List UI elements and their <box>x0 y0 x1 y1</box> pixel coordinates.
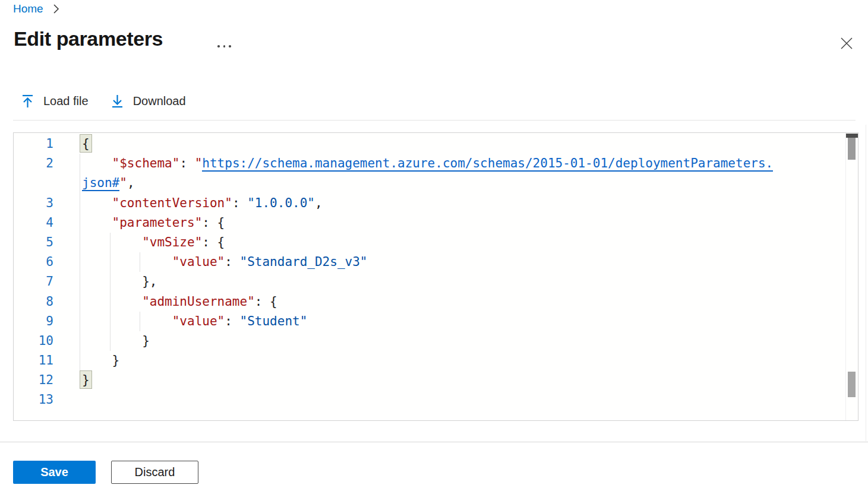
line-number: 6 <box>14 252 66 272</box>
line-number: 4 <box>14 213 66 233</box>
edit-parameters-blade: Home Edit parameters <box>0 0 868 488</box>
code-segment: } <box>82 353 119 367</box>
code-segment: "value" <box>172 314 225 328</box>
code-line-text: "adminUsername": { <box>66 292 277 312</box>
code-line-text: "value": "Standard_D2s_v3" <box>66 252 367 272</box>
code-segment: "vmSize" <box>142 235 202 249</box>
close-icon <box>839 36 854 50</box>
code-segment: : <box>225 314 239 328</box>
code-link[interactable]: https://schema.management.azure.com/sche… <box>202 156 773 172</box>
code-segment: , <box>315 196 323 210</box>
more-options-button[interactable] <box>217 43 235 50</box>
download-icon <box>111 94 124 108</box>
code-row[interactable]: json#", <box>14 173 846 193</box>
code-row[interactable]: 6 "value": "Standard_D2s_v3" <box>14 252 846 272</box>
download-button[interactable]: Download <box>111 94 186 108</box>
close-button[interactable] <box>837 34 856 53</box>
code-segment: "Student" <box>240 314 308 328</box>
code-row[interactable]: 12} <box>14 370 846 390</box>
code-segment: } <box>82 334 150 348</box>
code-row[interactable]: 2 "$schema": "https://schema.management.… <box>14 154 846 173</box>
indent-guide <box>80 292 80 312</box>
code-segment: : { <box>202 235 225 249</box>
code-segment: "parameters" <box>112 216 203 230</box>
indent-guide <box>110 233 111 252</box>
editor-scrollbar[interactable] <box>845 133 858 420</box>
code-link[interactable]: json# <box>82 176 119 191</box>
breadcrumb: Home <box>13 1 59 17</box>
line-number <box>14 173 66 193</box>
line-number: 13 <box>14 390 66 410</box>
code-segment <box>82 156 112 170</box>
indent-guide <box>110 272 111 291</box>
indent-guide <box>110 331 111 351</box>
code-segment: , <box>127 176 135 190</box>
footer-separator <box>0 442 868 442</box>
code-line-text: { <box>66 134 91 154</box>
code-rows: 1{2 "$schema": "https://schema.managemen… <box>14 134 846 410</box>
code-segment <box>82 235 142 249</box>
line-number: 10 <box>14 331 66 351</box>
indent-guide <box>110 292 111 312</box>
discard-button[interactable]: Discard <box>111 461 198 484</box>
code-row[interactable]: 13 <box>14 390 846 410</box>
json-code-editor[interactable]: 1{2 "$schema": "https://schema.managemen… <box>13 132 858 421</box>
code-segment: : { <box>202 216 225 230</box>
code-row[interactable]: 5 "vmSize": { <box>14 233 846 252</box>
indent-guide <box>80 252 80 272</box>
line-number: 12 <box>14 370 66 390</box>
code-segment: : <box>179 156 194 170</box>
line-number: 11 <box>14 351 66 370</box>
code-row[interactable]: 10 } <box>14 331 846 351</box>
ellipsis-icon <box>223 45 226 47</box>
indent-guide <box>80 351 80 370</box>
indent-guide <box>110 252 111 272</box>
code-segment: "$schema" <box>112 156 180 170</box>
code-row[interactable]: 1{ <box>14 134 846 154</box>
page-title: Edit parameters <box>14 27 163 50</box>
line-number: 5 <box>14 233 66 252</box>
code-row[interactable]: 11 } <box>14 351 846 370</box>
code-line-text: "contentVersion": "1.0.0.0", <box>66 194 323 213</box>
pane-edge-line <box>866 125 866 441</box>
code-row[interactable]: 9 "value": "Student" <box>14 312 846 331</box>
line-number: 7 <box>14 272 66 291</box>
code-line-text: "$schema": "https://schema.management.az… <box>66 154 773 173</box>
code-segment: : <box>232 196 247 210</box>
editor-toolbar: Load file Download <box>21 94 186 108</box>
code-segment <box>82 196 112 210</box>
overview-ruler-bracket-marker-bottom <box>848 372 856 397</box>
indent-guide <box>140 252 140 272</box>
code-line-text <box>66 390 82 410</box>
indent-guide <box>80 272 80 291</box>
download-label: Download <box>133 94 186 108</box>
code-segment: : <box>225 255 239 269</box>
scrollbar-thumb[interactable] <box>848 138 856 160</box>
breadcrumb-home-link[interactable]: Home <box>13 2 43 15</box>
code-row[interactable]: 4 "parameters": { <box>14 213 846 233</box>
code-segment: "Standard_D2s_v3" <box>240 255 368 269</box>
load-file-button[interactable]: Load file <box>21 94 89 108</box>
code-segment: { <box>80 135 91 152</box>
code-segment: " <box>119 176 127 190</box>
line-number: 1 <box>14 134 66 154</box>
code-segment <box>82 294 142 309</box>
chevron-right-icon <box>53 4 59 14</box>
line-number: 8 <box>14 292 66 312</box>
save-button[interactable]: Save <box>13 461 96 484</box>
code-segment <box>82 255 172 269</box>
code-segment: : { <box>255 294 277 309</box>
code-segment: "value" <box>172 255 225 269</box>
code-row[interactable]: 8 "adminUsername": { <box>14 292 846 312</box>
code-row[interactable]: 3 "contentVersion": "1.0.0.0", <box>14 194 846 213</box>
code-line-text: json#", <box>66 173 135 193</box>
ellipsis-icon <box>217 45 220 47</box>
code-row[interactable]: 7 }, <box>14 272 846 291</box>
line-number: 9 <box>14 312 66 331</box>
code-line-text: } <box>66 370 91 390</box>
code-line-text: "value": "Student" <box>66 312 307 331</box>
code-line-text: "parameters": { <box>66 213 225 233</box>
code-segment: "adminUsername" <box>142 294 255 309</box>
overview-ruler-bracket-marker-top <box>846 134 858 138</box>
code-segment <box>82 314 172 328</box>
